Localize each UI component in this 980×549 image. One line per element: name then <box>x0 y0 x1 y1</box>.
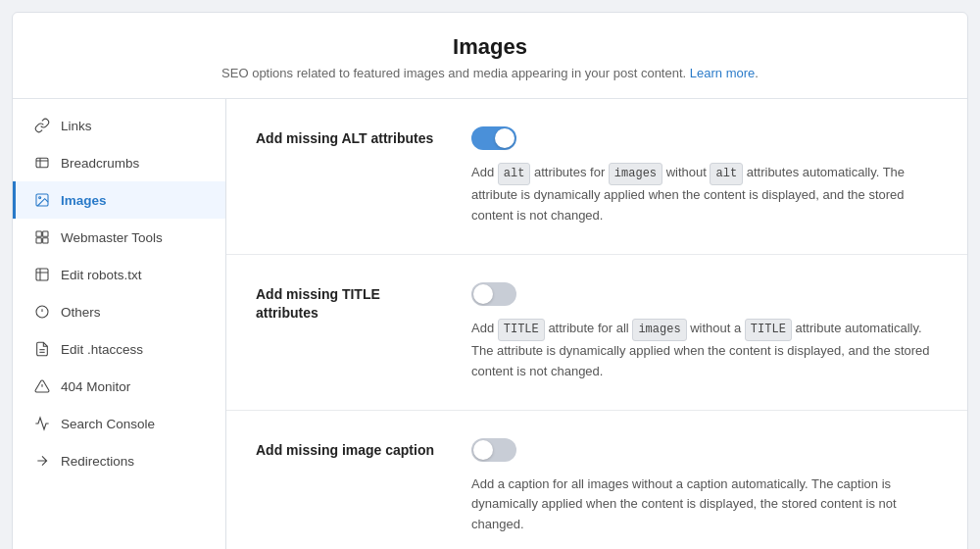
sidebar-item-label: Others <box>61 305 101 320</box>
setting-row-alt: Add missing ALT attributes Add alt attri… <box>226 99 967 255</box>
setting-label-alt: Add missing ALT attributes <box>256 126 442 149</box>
setting-content-alt: Add alt attributes for images without al… <box>471 126 938 226</box>
toggle-wrap-alt <box>471 126 938 153</box>
link-icon <box>33 117 51 134</box>
sidebar-item-edit-robots[interactable]: Edit robots.txt <box>13 256 225 293</box>
svg-point-2 <box>39 197 41 199</box>
main-content: Add missing ALT attributes Add alt attri… <box>226 99 967 549</box>
sidebar-item-label: Edit robots.txt <box>61 268 142 282</box>
sidebar-item-label: Images <box>61 193 107 208</box>
toggle-wrap-caption <box>471 438 938 465</box>
sidebar: Links Breadcrumbs Images <box>13 99 226 549</box>
toggle-knob <box>473 284 493 304</box>
sidebar-item-label: Search Console <box>61 417 155 431</box>
svg-rect-0 <box>36 158 48 167</box>
sidebar-item-redirections[interactable]: Redirections <box>13 442 225 479</box>
sidebar-item-images[interactable]: Images <box>13 181 225 219</box>
sidebar-item-webmaster-tools[interactable]: Webmaster Tools <box>13 219 225 256</box>
page-header: Images SEO options related to featured i… <box>13 13 967 99</box>
sidebar-item-label: Edit .htaccess <box>61 342 143 357</box>
setting-desc-title: Add TITLE attribute for all images witho… <box>471 319 938 382</box>
sidebar-item-label: 404 Monitor <box>61 379 130 394</box>
sidebar-item-links[interactable]: Links <box>13 107 225 144</box>
monitor-icon <box>33 377 51 395</box>
toggle-knob <box>495 128 514 148</box>
sidebar-item-others[interactable]: Others <box>13 293 225 330</box>
images-icon <box>33 191 51 209</box>
toggle-caption[interactable] <box>471 438 516 462</box>
toggle-title[interactable] <box>471 282 516 306</box>
page-description: SEO options related to featured images a… <box>32 66 948 80</box>
svg-rect-5 <box>36 238 41 243</box>
setting-row-title: Add missing TITLE attributes Add TITLE a… <box>226 255 967 411</box>
page-title: Images <box>32 34 948 60</box>
learn-more-link[interactable]: Learn more <box>690 66 755 80</box>
setting-desc-alt: Add alt attributes for images without al… <box>471 163 938 226</box>
main-layout: Links Breadcrumbs Images <box>13 99 967 549</box>
svg-rect-7 <box>36 269 48 280</box>
robots-icon <box>33 266 51 283</box>
webmaster-icon <box>33 228 51 246</box>
others-icon <box>33 303 51 321</box>
sidebar-item-edit-htaccess[interactable]: Edit .htaccess <box>13 330 225 368</box>
sidebar-item-label: Webmaster Tools <box>61 230 163 245</box>
sidebar-item-404-monitor[interactable]: 404 Monitor <box>13 368 225 405</box>
setting-content-title: Add TITLE attribute for all images witho… <box>471 282 938 382</box>
toggle-alt[interactable] <box>471 126 516 150</box>
svg-rect-6 <box>43 238 48 243</box>
htaccess-icon <box>33 340 51 358</box>
toggle-wrap-title <box>471 282 938 309</box>
sidebar-item-label: Redirections <box>61 454 134 469</box>
breadcrumbs-icon <box>33 154 51 172</box>
redirections-icon <box>33 452 51 470</box>
sidebar-item-search-console[interactable]: Search Console <box>13 405 225 442</box>
setting-label-title: Add missing TITLE attributes <box>256 282 442 324</box>
setting-label-caption: Add missing image caption <box>256 438 442 461</box>
setting-content-caption: Add a caption for all images without a c… <box>471 438 938 535</box>
sidebar-item-label: Links <box>61 119 92 133</box>
sidebar-item-breadcrumbs[interactable]: Breadcrumbs <box>13 144 225 181</box>
sidebar-item-label: Breadcrumbs <box>61 156 139 171</box>
search-console-icon <box>33 415 51 432</box>
toggle-knob <box>473 440 493 460</box>
svg-rect-4 <box>43 231 48 236</box>
setting-desc-caption: Add a caption for all images without a c… <box>471 474 938 535</box>
setting-row-caption: Add missing image caption Add a caption … <box>226 411 967 549</box>
svg-rect-3 <box>36 231 41 236</box>
